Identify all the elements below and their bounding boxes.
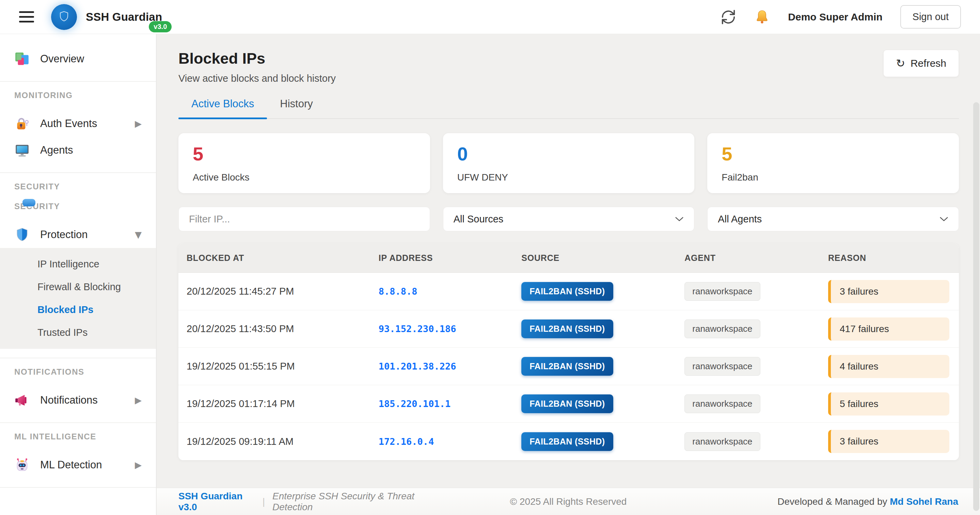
- page-subtitle: View active blocks and block history: [178, 73, 336, 84]
- sidebar-divider: [0, 487, 156, 488]
- agent-badge: ranaworkspace: [684, 282, 760, 301]
- table-row: 19/12/2025 01:17:14 PM 185.220.101.1 FAI…: [178, 385, 959, 423]
- agent-filter-select[interactable]: All Agents: [707, 207, 959, 231]
- stat-value-2: 5: [722, 143, 945, 164]
- table-header-row: BLOCKED AT IP ADDRESS SOURCE AGENT REASO…: [178, 244, 959, 273]
- sidebar-item-agents[interactable]: Agents: [0, 137, 156, 164]
- sidebar-item-auth-events[interactable]: Auth Events ▶: [0, 110, 156, 137]
- stat-label-1: UFW DENY: [457, 172, 680, 183]
- scrollbar-thumb[interactable]: [973, 102, 979, 511]
- tab-history[interactable]: History: [267, 98, 326, 118]
- sidebar-section-security: SECURITY: [0, 182, 156, 191]
- agent-badge: ranaworkspace: [684, 394, 760, 413]
- shield-icon: [14, 227, 30, 242]
- reason-cell: 3 failures: [828, 430, 949, 453]
- sidebar-divider: [0, 358, 156, 358]
- sidebar-section-security-duplicate: SECURITY: [0, 202, 156, 211]
- megaphone-icon: [14, 392, 30, 408]
- source-filter-select[interactable]: All Sources: [443, 207, 695, 231]
- chevron-right-icon: ▶: [135, 118, 142, 129]
- sidebar-subitem-ip-intelligence[interactable]: IP Intelligence: [0, 253, 156, 276]
- sidebar-divider: [0, 423, 156, 423]
- ip-address-link[interactable]: 93.152.230.186: [371, 324, 513, 334]
- stat-value-0: 5: [193, 143, 416, 164]
- sidebar: Overview MONITORING Auth Events ▶: [0, 34, 157, 515]
- sidebar-item-label: Notifications: [40, 394, 98, 407]
- column-header-ip-address: IP ADDRESS: [371, 253, 513, 263]
- footer-copyright: © 2025 All Rights Reserved: [438, 496, 698, 507]
- sidebar-section-ml-intelligence: ML INTELLIGENCE: [0, 432, 156, 442]
- column-header-blocked-at: BLOCKED AT: [178, 253, 371, 263]
- refresh-glyph-icon: ↻: [896, 57, 905, 70]
- user-name: Demo Super Admin: [788, 11, 882, 23]
- sign-out-button[interactable]: Sign out: [900, 5, 961, 29]
- app-logo: [51, 4, 77, 30]
- sidebar-item-notifications[interactable]: Notifications ▶: [0, 387, 156, 413]
- sidebar-item-protection[interactable]: Protection ▼: [0, 222, 156, 248]
- agent-badge: ranaworkspace: [684, 432, 760, 451]
- sidebar-item-ml-detection[interactable]: ML Detection ▶: [0, 452, 156, 478]
- shield-fragment-icon: [22, 199, 35, 206]
- table-row: 19/12/2025 01:55:15 PM 101.201.38.226 FA…: [178, 348, 959, 385]
- source-badge: FAIL2BAN (SSHD): [521, 319, 613, 338]
- robot-icon: [14, 457, 30, 473]
- refresh-icon[interactable]: [721, 9, 736, 25]
- stat-card-active-blocks: 5 Active Blocks: [178, 133, 430, 193]
- source-badge: FAIL2BAN (SSHD): [521, 432, 613, 451]
- notification-bell-icon[interactable]: [754, 9, 770, 25]
- ip-address-link[interactable]: 101.201.38.226: [371, 361, 513, 372]
- monitor-icon: [14, 142, 30, 158]
- sidebar-item-label: Auth Events: [40, 118, 97, 130]
- footer-brand[interactable]: SSH Guardian v3.0: [178, 491, 255, 513]
- sidebar-divider: [0, 81, 156, 82]
- reason-cell: 3 failures: [828, 280, 949, 303]
- column-header-source: SOURCE: [513, 253, 676, 263]
- source-badge: FAIL2BAN (SSHD): [521, 282, 613, 301]
- sidebar-divider: [0, 172, 156, 173]
- sidebar-subitem-blocked-ips[interactable]: Blocked IPs: [0, 298, 156, 321]
- stat-cards: 5 Active Blocks 0 UFW DENY 5 Fail2ban: [178, 133, 959, 193]
- column-header-reason: REASON: [820, 253, 959, 263]
- sidebar-item-label: Agents: [40, 144, 73, 156]
- hamburger-menu-icon[interactable]: [19, 10, 38, 24]
- column-header-agent: AGENT: [676, 253, 820, 263]
- blocked-at-cell: 20/12/2025 11:43:50 PM: [178, 323, 371, 335]
- protection-submenu: IP Intelligence Firewall & Blocking Bloc…: [0, 248, 156, 349]
- sidebar-section-notifications: NOTIFICATIONS: [0, 367, 156, 377]
- stat-card-fail2ban: 5 Fail2ban: [707, 133, 959, 193]
- sidebar-item-label: ML Detection: [40, 459, 102, 471]
- chevron-down-icon: [939, 216, 948, 222]
- sidebar-item-overview[interactable]: Overview: [0, 46, 156, 72]
- ip-address-link[interactable]: 185.220.101.1: [371, 399, 513, 409]
- source-badge: FAIL2BAN (SSHD): [521, 357, 613, 376]
- page-title: Blocked IPs: [178, 50, 336, 67]
- stat-label-2: Fail2ban: [722, 172, 945, 183]
- overview-icon: [14, 51, 30, 67]
- chevron-down-icon: ▼: [135, 230, 142, 240]
- chevron-right-icon: ▶: [135, 460, 142, 470]
- sidebar-subitem-firewall-blocking[interactable]: Firewall & Blocking: [0, 276, 156, 298]
- table-row: 19/12/2025 09:19:11 AM 172.16.0.4 FAIL2B…: [178, 423, 959, 460]
- app-title: SSH Guardian: [86, 11, 162, 24]
- footer-separator: |: [262, 496, 265, 507]
- sidebar-subitem-trusted-ips[interactable]: Trusted IPs: [0, 321, 156, 344]
- sidebar-item-label: Protection: [40, 228, 88, 241]
- stat-card-ufw-deny: 0 UFW DENY: [443, 133, 695, 193]
- reason-cell: 5 failures: [828, 392, 949, 416]
- stat-label-0: Active Blocks: [193, 172, 416, 183]
- shield-logo-icon: [57, 10, 72, 24]
- sidebar-item-label: Overview: [40, 53, 84, 65]
- stat-value-1: 0: [457, 143, 680, 164]
- footer-credit-prefix: Developed & Managed by: [777, 496, 887, 507]
- chevron-right-icon: ▶: [135, 395, 142, 405]
- sidebar-section-monitoring: MONITORING: [0, 91, 156, 100]
- refresh-button[interactable]: ↻ Refresh: [883, 50, 959, 77]
- ip-address-link[interactable]: 8.8.8.8: [371, 286, 513, 297]
- reason-cell: 417 failures: [828, 317, 949, 341]
- tab-active-blocks[interactable]: Active Blocks: [178, 98, 267, 118]
- blocked-ips-table: BLOCKED AT IP ADDRESS SOURCE AGENT REASO…: [178, 244, 959, 460]
- ip-address-link[interactable]: 172.16.0.4: [371, 436, 513, 447]
- footer-credit-link[interactable]: Md Sohel Rana: [890, 496, 958, 507]
- filter-ip-input[interactable]: [178, 207, 430, 231]
- lock-icon: [14, 116, 30, 131]
